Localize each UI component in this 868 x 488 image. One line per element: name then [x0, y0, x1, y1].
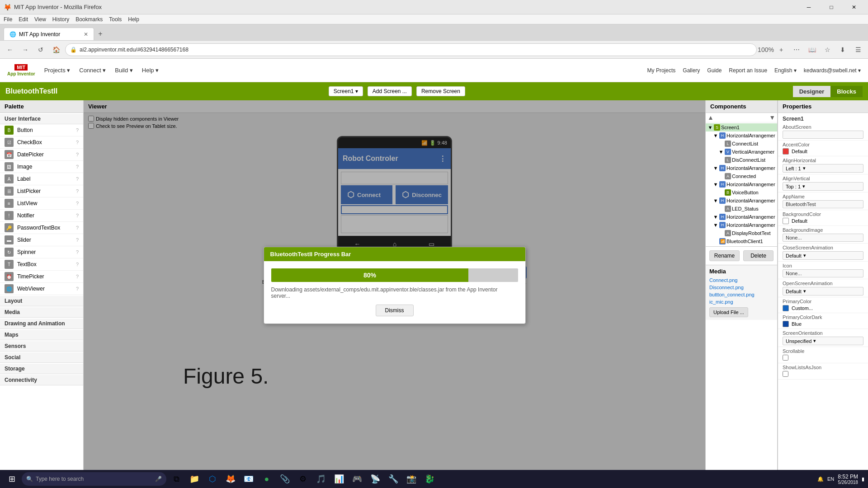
- palette-item-notifier[interactable]: ! Notifier ?: [0, 210, 83, 222]
- blocks-mode-button[interactable]: Blocks: [830, 86, 863, 97]
- remove-screen-button[interactable]: Remove Screen: [416, 86, 465, 96]
- palette-item-listview[interactable]: ≡ ListView ?: [0, 197, 83, 210]
- open-screen-animation-dropdown[interactable]: Default ▾: [783, 287, 863, 296]
- palette-section-ui[interactable]: User Interface: [0, 114, 83, 124]
- comp-toggle-ha3[interactable]: ▼: [713, 182, 718, 187]
- taskbar-app7[interactable]: ⚙: [295, 471, 311, 487]
- comp-toggle-screen1[interactable]: ▼: [708, 125, 713, 130]
- palette-item-image[interactable]: 🖼 Image ?: [0, 161, 83, 173]
- palette-item-timepicker[interactable]: ⏰ TimePicker ?: [0, 271, 83, 283]
- palette-item-listpicker[interactable]: ☰ ListPicker ?: [0, 185, 83, 197]
- sidebar-button[interactable]: ☰: [852, 43, 864, 56]
- screen-selector[interactable]: Screen1 ▾: [329, 86, 363, 96]
- taskbar-app10[interactable]: 🎮: [349, 471, 365, 487]
- maximize-button[interactable]: □: [821, 0, 842, 14]
- background-image-input[interactable]: [783, 234, 863, 242]
- forward-button[interactable]: →: [19, 43, 32, 56]
- guide-link[interactable]: Guide: [707, 67, 722, 74]
- user-account-dropdown[interactable]: kedwards@swbell.net ▾: [804, 67, 861, 74]
- palette-section-layout[interactable]: Layout: [0, 296, 83, 306]
- my-projects-link[interactable]: My Projects: [647, 67, 676, 74]
- taskbar-edge[interactable]: ⬡: [204, 471, 221, 487]
- comp-toggle-va1[interactable]: ▼: [718, 149, 724, 155]
- media-file-ic-mic[interactable]: ic_mic.png: [709, 298, 774, 305]
- menu-bookmarks[interactable]: Bookmarks: [75, 16, 103, 23]
- gallery-link[interactable]: Gallery: [683, 67, 700, 74]
- palette-item-webviewer[interactable]: 🌐 WebViewer ?: [0, 283, 83, 295]
- palette-section-social[interactable]: Social: [0, 352, 83, 363]
- add-screen-button[interactable]: Add Screen ...: [368, 86, 412, 96]
- palette-section-storage[interactable]: Storage: [0, 364, 83, 374]
- comp-ha3[interactable]: ▼ H HorizontalArrangemer: [706, 180, 777, 188]
- menu-view[interactable]: View: [34, 16, 46, 23]
- comp-toggle-ha2[interactable]: ▼: [713, 165, 718, 171]
- reader-view-button[interactable]: 📖: [806, 43, 818, 56]
- icon-input[interactable]: [783, 269, 863, 277]
- comp-screen1[interactable]: ▼ S Screen1: [706, 123, 777, 131]
- media-file-disconnect[interactable]: Disconnect.png: [709, 284, 774, 291]
- new-tab-button[interactable]: +: [94, 28, 107, 40]
- palette-item-passwordtextbox[interactable]: 🔑 PasswordTextBox ?: [0, 222, 83, 234]
- palette-section-connectivity[interactable]: Connectivity: [0, 375, 83, 385]
- taskbar-task-view[interactable]: ⧉: [168, 471, 184, 487]
- upload-file-button[interactable]: Upload File ...: [709, 307, 748, 317]
- nav-help[interactable]: Help ▾: [142, 67, 159, 74]
- comp-disconnectlist[interactable]: ▼ L DisConnectList: [706, 156, 777, 164]
- comp-voicebutton[interactable]: ▼ B VoiceButton: [706, 188, 777, 197]
- zoom-level[interactable]: 100%: [760, 43, 772, 56]
- home-button[interactable]: 🏠: [50, 43, 62, 56]
- palette-section-maps[interactable]: Maps: [0, 330, 83, 340]
- palette-item-datepicker[interactable]: 📅 DatePicker ?: [0, 149, 83, 161]
- report-issue-link[interactable]: Report an Issue: [729, 67, 767, 74]
- primary-color-dark-value[interactable]: Blue: [783, 321, 863, 327]
- taskbar-app13[interactable]: 📸: [403, 471, 420, 487]
- palette-section-drawing[interactable]: Drawing and Animation: [0, 319, 83, 329]
- close-screen-animation-dropdown[interactable]: Default ▾: [783, 251, 863, 260]
- comp-ha1[interactable]: ▼ H HorizontalArrangemer: [706, 131, 777, 140]
- comp-bluetooth-client[interactable]: ▼ 📶 BluetoothClient1: [706, 237, 777, 245]
- reload-button[interactable]: ↺: [34, 43, 47, 56]
- app-name-input[interactable]: [783, 200, 863, 208]
- menu-history[interactable]: History: [52, 16, 69, 23]
- language-dropdown[interactable]: English ▾: [774, 67, 797, 74]
- comp-connected[interactable]: ▼ A Connected: [706, 172, 777, 180]
- menu-help[interactable]: Help: [128, 16, 139, 23]
- scrollable-checkbox[interactable]: [783, 355, 788, 361]
- start-button[interactable]: ⊞: [4, 471, 20, 487]
- browser-tab[interactable]: 🌐 MIT App Inventor ✕: [4, 28, 94, 40]
- taskbar-app12[interactable]: 🔧: [385, 471, 401, 487]
- palette-item-button[interactable]: B Button ?: [0, 124, 83, 136]
- nav-build[interactable]: Build ▾: [115, 67, 133, 74]
- taskbar-firefox[interactable]: 🦊: [222, 471, 239, 487]
- menu-file[interactable]: File: [4, 16, 12, 23]
- comp-toggle-ha6[interactable]: ▼: [713, 222, 718, 228]
- palette-item-slider[interactable]: ▬ Slider ?: [0, 234, 83, 246]
- taskbar-file-explorer[interactable]: 📁: [186, 471, 203, 487]
- nav-projects[interactable]: Projects ▾: [44, 67, 71, 74]
- close-button[interactable]: ✕: [844, 0, 864, 14]
- rename-button[interactable]: Rename: [709, 250, 740, 261]
- comp-toggle-ha5[interactable]: ▼: [713, 214, 718, 220]
- background-color-value[interactable]: Default: [783, 218, 863, 224]
- notification-icon[interactable]: 🔔: [817, 476, 824, 482]
- taskbar-app11[interactable]: 📡: [367, 471, 383, 487]
- dismiss-button[interactable]: Dismiss: [376, 305, 414, 316]
- comp-ha5[interactable]: ▼ H HorizontalArrangemer: [706, 213, 777, 221]
- taskbar-app8[interactable]: 🎵: [313, 471, 329, 487]
- comp-ha4[interactable]: ▼ H HorizontalArrangemer: [706, 197, 777, 205]
- back-button[interactable]: ←: [4, 43, 16, 56]
- show-desktop-button[interactable]: ▮: [862, 476, 864, 482]
- comp-toggle-ha4[interactable]: ▼: [713, 198, 718, 203]
- comp-ha2[interactable]: ▼ H HorizontalArrangemer: [706, 164, 777, 172]
- scroll-up-arrow[interactable]: ▲: [708, 114, 714, 121]
- nav-connect[interactable]: Connect ▾: [79, 67, 106, 74]
- delete-button[interactable]: Delete: [743, 250, 774, 261]
- show-lists-as-json-checkbox[interactable]: [783, 371, 788, 377]
- taskbar-clock[interactable]: 8:52 PM 5/26/2018: [838, 474, 858, 485]
- media-file-connect[interactable]: Connect.png: [709, 277, 774, 284]
- overflow-menu-button[interactable]: ⋯: [790, 43, 803, 56]
- tab-close-icon[interactable]: ✕: [84, 31, 88, 38]
- taskbar-app9[interactable]: 📊: [331, 471, 347, 487]
- designer-mode-button[interactable]: Designer: [793, 86, 831, 97]
- comp-connectlist[interactable]: ▼ L ConnectList: [706, 140, 777, 148]
